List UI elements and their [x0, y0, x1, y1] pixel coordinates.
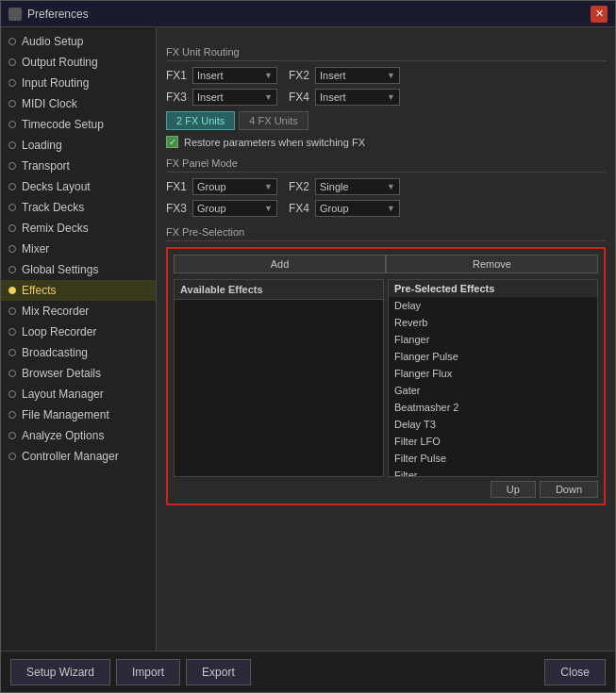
sidebar-item-output-routing[interactable]: Output Routing [1, 52, 156, 73]
two-fx-units-button[interactable]: 2 FX Units [166, 111, 235, 130]
list-item[interactable]: Filter Pulse [389, 450, 597, 467]
add-button[interactable]: Add [174, 255, 386, 273]
sidebar-dot-icon [8, 328, 16, 336]
preferences-window: Preferences ✕ Audio SetupOutput RoutingI… [0, 0, 616, 693]
sidebar-item-remix-decks[interactable]: Remix Decks [1, 218, 156, 239]
fx4-panel-label: FX4 [289, 202, 315, 215]
sidebar-item-label: Browser Details [22, 367, 101, 380]
fx2-panel-dropdown[interactable]: Single ▼ [315, 178, 400, 195]
preselected-effects-header: Pre-Selected Effects [389, 280, 597, 297]
window-title: Preferences [27, 8, 591, 21]
sidebar-item-mixer[interactable]: Mixer [1, 239, 156, 259]
titlebar: Preferences ✕ [1, 1, 615, 27]
sidebar-item-global-settings[interactable]: Global Settings [1, 259, 156, 280]
list-item[interactable]: Flanger [389, 331, 597, 348]
sidebar-item-effects[interactable]: Effects [1, 280, 156, 301]
available-effects-header: Available Effects [175, 280, 383, 300]
sidebar-item-broadcasting[interactable]: Broadcasting [1, 342, 156, 363]
sidebar-item-loading[interactable]: Loading [1, 135, 156, 156]
sidebar-item-label: Transport [22, 159, 70, 173]
restore-params-checkbox[interactable]: ✓ [166, 136, 178, 148]
sidebar-item-audio-setup[interactable]: Audio Setup [1, 31, 156, 52]
down-button[interactable]: Down [540, 481, 598, 498]
sidebar-item-label: File Management [22, 408, 109, 421]
sidebar-item-label: Global Settings [22, 263, 98, 276]
sidebar-item-track-decks[interactable]: Track Decks [1, 197, 156, 218]
sidebar-item-analyze-options[interactable]: Analyze Options [1, 425, 156, 446]
fx4-dropdown[interactable]: Insert ▼ [315, 89, 400, 106]
sidebar-dot-icon [8, 100, 16, 107]
sidebar-dot-icon [8, 162, 16, 170]
list-item[interactable]: Flanger Flux [389, 365, 597, 382]
chevron-down-icon: ▼ [264, 204, 273, 213]
sidebar-item-mix-recorder[interactable]: Mix Recorder [1, 301, 156, 322]
list-item[interactable]: Delay [389, 297, 597, 314]
sidebar-dot-icon [8, 79, 16, 87]
sidebar-item-label: Effects [22, 284, 56, 297]
close-button[interactable]: Close [544, 659, 606, 685]
sidebar-item-loop-recorder[interactable]: Loop Recorder [1, 322, 156, 342]
fx1-dropdown[interactable]: Insert ▼ [192, 67, 277, 84]
list-item[interactable]: Beatmasher 2 [389, 399, 597, 416]
list-item[interactable]: Gater [389, 382, 597, 399]
fx4-label: FX4 [289, 91, 315, 104]
sidebar-dot-icon [8, 411, 16, 419]
setup-wizard-button[interactable]: Setup Wizard [10, 659, 110, 685]
export-button[interactable]: Export [186, 659, 251, 685]
up-button[interactable]: Up [491, 481, 536, 498]
chevron-down-icon: ▼ [387, 204, 395, 213]
app-icon [8, 8, 22, 21]
list-item[interactable]: Flanger Pulse [389, 348, 597, 365]
fx4-panel-dropdown[interactable]: Group ▼ [315, 200, 400, 217]
sidebar-dot-icon [8, 390, 16, 398]
sidebar-dot-icon [8, 121, 16, 128]
list-item[interactable]: Reverb [389, 314, 597, 331]
fx1-panel-dropdown[interactable]: Group ▼ [192, 178, 277, 195]
sidebar-dot-icon [8, 307, 16, 315]
fx3-panel-dropdown[interactable]: Group ▼ [192, 200, 277, 217]
fx3-panel-label: FX3 [166, 202, 192, 215]
sidebar-item-label: Mixer [22, 242, 49, 256]
units-row: 2 FX Units 4 FX Units [166, 111, 606, 130]
fx3-dropdown[interactable]: Insert ▼ [192, 89, 277, 106]
sidebar-item-label: Mix Recorder [22, 305, 89, 318]
import-button[interactable]: Import [116, 659, 180, 685]
bottom-bar: Setup Wizard Import Export Close [1, 651, 615, 692]
fx-panel-row-1: FX1 Group ▼ FX2 Single ▼ [166, 178, 606, 195]
close-icon[interactable]: ✕ [591, 6, 608, 23]
sidebar-dot-icon [8, 204, 16, 211]
sidebar-item-label: Layout Manager [22, 388, 104, 401]
fx-panel-row-2: FX3 Group ▼ FX4 Group ▼ [166, 200, 606, 217]
sidebar-item-label: Broadcasting [22, 346, 88, 359]
remove-button[interactable]: Remove [386, 255, 598, 273]
sidebar-dot-icon [8, 58, 16, 66]
four-fx-units-button[interactable]: 4 FX Units [239, 111, 308, 130]
sidebar-item-layout-manager[interactable]: Layout Manager [1, 384, 156, 404]
list-item[interactable]: Delay T3 [389, 416, 597, 433]
sidebar-item-timecode-setup[interactable]: Timecode Setup [1, 114, 156, 135]
sidebar-item-controller-manager[interactable]: Controller Manager [1, 446, 156, 467]
sidebar-item-decks-layout[interactable]: Decks Layout [1, 176, 156, 197]
sidebar-item-label: Timecode Setup [22, 118, 104, 131]
sidebar-dot-icon [8, 349, 16, 356]
fx1-label: FX1 [166, 69, 192, 82]
list-item[interactable]: Filter [389, 467, 597, 477]
sidebar-dot-icon [8, 432, 16, 439]
sidebar-dot-icon [8, 266, 16, 273]
list-item[interactable]: Filter LFO [389, 433, 597, 450]
content-panel: FX Unit Routing FX1 Insert ▼ FX2 Insert … [157, 27, 615, 651]
fx2-dropdown[interactable]: Insert ▼ [315, 67, 400, 84]
sidebar-item-browser-details[interactable]: Browser Details [1, 363, 156, 384]
sidebar: Audio SetupOutput RoutingInput RoutingMI… [1, 27, 157, 651]
sidebar-item-label: Input Routing [22, 76, 89, 90]
chevron-down-icon: ▼ [387, 182, 395, 191]
sidebar-item-input-routing[interactable]: Input Routing [1, 73, 156, 93]
sidebar-dot-icon [8, 183, 16, 190]
updown-row: Up Down [174, 481, 598, 498]
sidebar-item-transport[interactable]: Transport [1, 156, 156, 176]
sidebar-item-midi-clock[interactable]: MIDI Clock [1, 93, 156, 114]
sidebar-item-file-management[interactable]: File Management [1, 404, 156, 425]
sidebar-item-label: Audio Setup [22, 35, 83, 48]
fx-row-1: FX1 Insert ▼ FX2 Insert ▼ [166, 67, 606, 84]
fx-unit-routing-header: FX Unit Routing [166, 46, 606, 61]
